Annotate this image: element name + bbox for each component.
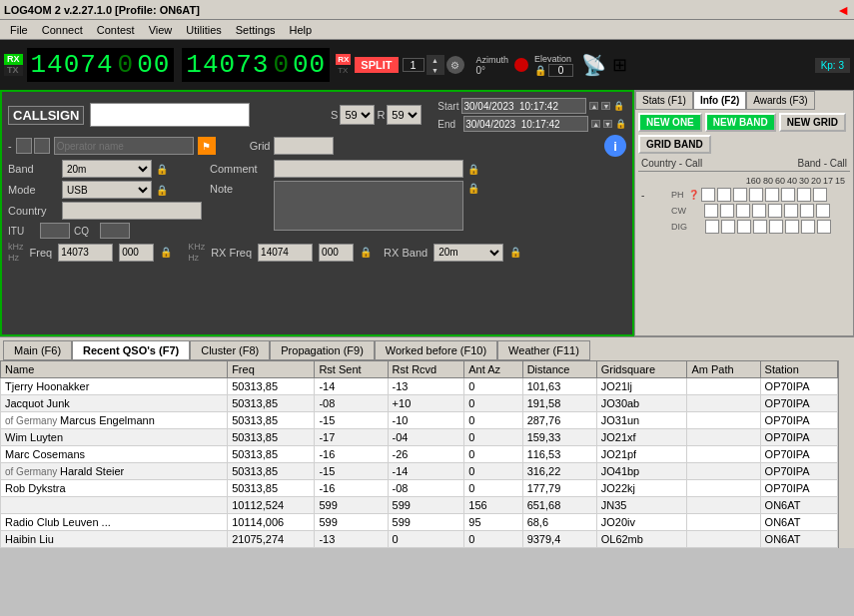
menu-utilities[interactable]: Utilities [180, 23, 227, 37]
table-row[interactable]: of Germany Marcus Engelmann 50313,85 -15… [1, 412, 838, 429]
dig-cell-40 [753, 220, 767, 234]
dig-cell-15 [817, 220, 831, 234]
cell-rst-sent: -15 [315, 463, 388, 480]
callsign-input[interactable] [90, 103, 250, 127]
ph-help-icon[interactable]: ❓ [688, 190, 699, 200]
menu-contest[interactable]: Contest [91, 23, 141, 37]
band-grid: 160 80 60 40 30 20 17 15 - PH ❓ [635, 173, 853, 237]
scrollbar[interactable] [838, 360, 854, 548]
table-row[interactable]: Rob Dykstra 50313,85 -16 -08 0 177,79 JO… [1, 480, 838, 497]
rx-band-select[interactable]: 20m40m [433, 244, 503, 262]
checkbox1[interactable] [16, 138, 32, 154]
cell-rst-rcvd: +10 [388, 395, 464, 412]
new-band-button[interactable]: NEW BAND [705, 113, 776, 132]
spin-input[interactable] [403, 58, 425, 72]
main-freq-digits[interactable]: 14074 [27, 48, 118, 82]
table-row[interactable]: Jacquot Junk 50313,85 -08 +10 0 191,58 J… [1, 395, 838, 412]
elevation-input[interactable] [548, 64, 573, 77]
checkbox2[interactable] [34, 138, 50, 154]
menu-help[interactable]: Help [284, 23, 319, 37]
start-input[interactable] [461, 98, 586, 114]
freq-hz-input[interactable] [119, 244, 154, 262]
table-row[interactable]: Tjerry Hoonakker 50313,85 -14 -13 0 101,… [1, 378, 838, 395]
table-row[interactable]: Radio Club Leuven ... 10114,006 599 599 … [1, 514, 838, 531]
dig-cell-60 [737, 220, 751, 234]
rst-rcvd-select[interactable]: 595755 [387, 105, 422, 125]
itu-input[interactable] [40, 223, 70, 239]
end-spin-up[interactable]: ▲ [591, 120, 600, 128]
dash-label: - [8, 140, 12, 152]
tab-propagation[interactable]: Propagation (F9) [270, 340, 375, 360]
menu-view[interactable]: View [143, 23, 179, 37]
spin-down-button[interactable]: ▼ [427, 65, 444, 75]
spin-arrows[interactable]: ▲ ▼ [427, 55, 444, 75]
start-spin-down[interactable]: ▼ [601, 102, 610, 110]
info-icon[interactable]: i [604, 135, 626, 157]
country-input[interactable] [62, 202, 202, 220]
rst-sent-select[interactable]: 595755 [340, 105, 375, 125]
menu-settings[interactable]: Settings [230, 23, 282, 37]
col2-header: Band - Call [798, 158, 847, 169]
rx-freq-hz-input[interactable] [319, 244, 354, 262]
stats-tab-stats[interactable]: Stats (F1) [635, 91, 693, 110]
table-row[interactable]: Wim Luyten 50313,85 -17 -04 0 159,33 JO2… [1, 429, 838, 446]
table-row[interactable]: of Germany Harald Steier 50313,85 -15 -1… [1, 463, 838, 480]
tab-recent-qso[interactable]: Recent QSO's (F7) [72, 340, 190, 360]
stats-tab-info[interactable]: Info (F2) [693, 91, 746, 110]
menu-connect[interactable]: Connect [36, 23, 89, 37]
mode-select[interactable]: USBLSBCWFT8 [62, 181, 152, 199]
tab-cluster[interactable]: Cluster (F8) [190, 340, 270, 360]
start-spin-up[interactable]: ▲ [589, 102, 598, 110]
tab-weather[interactable]: Weather (F11) [497, 340, 590, 360]
ph-cell-15 [813, 188, 827, 202]
cell-station: OP70IPA [760, 412, 837, 429]
end-input[interactable] [463, 116, 588, 132]
tx-freq-digits[interactable]: 14073 [182, 48, 273, 82]
azimuth-section: Azimuth 0° [476, 55, 509, 76]
spin-up-button[interactable]: ▲ [427, 55, 444, 65]
menu-file[interactable]: File [4, 23, 34, 37]
rx-freq-khz-input[interactable] [258, 244, 313, 262]
grid-label: Grid [250, 140, 271, 152]
tx-freq-digits2[interactable]: 00 [289, 48, 330, 82]
note-textarea[interactable] [274, 181, 463, 231]
grid-band-button[interactable]: GRID BAND [638, 135, 711, 154]
comment-input[interactable] [274, 160, 463, 178]
cw-cell-80 [720, 204, 734, 218]
tx-freq-display[interactable]: 14073 0 00 [182, 48, 330, 82]
freq-khz-input[interactable] [58, 244, 113, 262]
main-freq-digits2[interactable]: 00 [133, 48, 174, 82]
hz-label2: Hz [188, 253, 205, 263]
cell-grid: JO30ab [596, 395, 687, 412]
band-select[interactable]: 20m40m80m [62, 160, 152, 178]
cell-grid: JN35 [596, 497, 687, 514]
table-row[interactable]: Haibin Liu 21075,274 -13 0 0 9379,4 OL62… [1, 531, 838, 548]
cell-rst-rcvd: -14 [388, 463, 464, 480]
tab-main[interactable]: Main (F6) [3, 340, 72, 360]
main-freq-display[interactable]: 14074 0 00 [27, 48, 175, 82]
tabs-row: Main (F6) Recent QSO's (F7) Cluster (F8)… [0, 336, 854, 360]
table-row[interactable]: Marc Cosemans 50313,85 -16 -26 0 116,53 … [1, 446, 838, 463]
grid-input[interactable] [274, 137, 334, 155]
cell-grid: JO20iv [596, 514, 687, 531]
new-one-button[interactable]: NEW ONE [638, 113, 702, 132]
cell-distance: 159,33 [522, 429, 596, 446]
new-grid-button[interactable]: NEW GRID [779, 113, 846, 132]
ph-cell-60 [733, 188, 747, 202]
cell-rst-sent: -16 [315, 446, 388, 463]
band-lock-icon: 🔒 [156, 164, 168, 175]
cq-input[interactable] [100, 223, 130, 239]
end-spin-down[interactable]: ▼ [603, 120, 612, 128]
end-lock-icon: 🔒 [615, 119, 626, 129]
settings-icon[interactable]: ⚙ [446, 56, 464, 74]
log-panel: CALLSIGN S 595755 R 595755 Start ▲ ▼ [0, 90, 634, 336]
operator-icon-btn[interactable]: ⚑ [198, 137, 216, 155]
tab-worked-before[interactable]: Worked before (F10) [375, 340, 497, 360]
note-lock-icon: 🔒 [467, 183, 479, 194]
lock-icon: 🔒 [534, 65, 546, 76]
stats-tab-awards[interactable]: Awards (F3) [746, 91, 814, 110]
operator-input[interactable] [54, 137, 194, 155]
table-row[interactable]: 10112,524 599 599 156 651,68 JN35 ON6AT [1, 497, 838, 514]
qso-table: Name Freq Rst Sent Rst Rcvd Ant Az Dista… [0, 360, 838, 548]
split-button[interactable]: SPLIT [355, 57, 398, 73]
